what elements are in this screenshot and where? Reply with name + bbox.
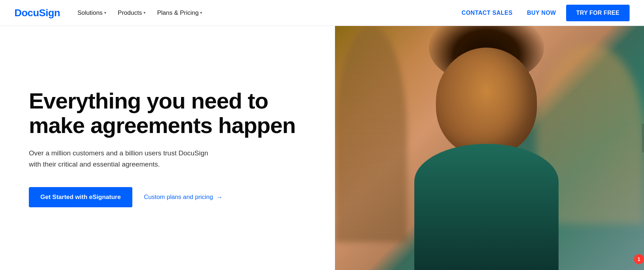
background-figure-left (335, 26, 407, 242)
nav-products-label: Products (118, 9, 142, 17)
logo-text: DocuSign (14, 7, 60, 19)
custom-plans-link[interactable]: Custom plans and pricing → (144, 194, 222, 201)
scrollbar[interactable] (642, 124, 644, 152)
person-body (414, 144, 559, 270)
plans-chevron-icon: ▾ (200, 10, 202, 15)
buy-now-button[interactable]: BUY NOW (522, 7, 560, 19)
contact-sales-button[interactable]: CONTACT SALES (457, 7, 517, 19)
solutions-chevron-icon: ▾ (104, 10, 106, 15)
hero-content: Everything you need to make agreements h… (0, 26, 335, 270)
nav-item-plans-pricing[interactable]: Plans & Pricing ▾ (153, 6, 207, 19)
nav-plans-label: Plans & Pricing (157, 9, 199, 17)
hero-image-background (335, 26, 644, 270)
hero-subtitle: Over a million customers and a billion u… (29, 148, 216, 170)
nav-solutions-label: Solutions (78, 9, 103, 17)
try-for-free-button[interactable]: TRY FOR FREE (566, 5, 630, 21)
hero-actions: Get Started with eSignature Custom plans… (29, 187, 306, 207)
notification-badge: 1 (634, 254, 644, 264)
logo[interactable]: DocuSign (14, 7, 60, 19)
nav-links: Solutions ▾ Products ▾ Plans & Pricing ▾ (73, 6, 457, 19)
hero-image: 1 (335, 26, 644, 270)
get-started-button[interactable]: Get Started with eSignature (29, 187, 132, 207)
nav-item-solutions[interactable]: Solutions ▾ (73, 6, 111, 19)
nav-right: CONTACT SALES BUY NOW TRY FOR FREE (457, 5, 630, 21)
person-face (436, 48, 537, 156)
hero-section: Everything you need to make agreements h… (0, 26, 644, 270)
arrow-icon: → (216, 194, 222, 201)
nav-item-products[interactable]: Products ▾ (114, 6, 150, 19)
navbar: DocuSign Solutions ▾ Products ▾ Plans & … (0, 0, 644, 26)
custom-plans-label: Custom plans and pricing (144, 194, 213, 201)
products-chevron-icon: ▾ (144, 10, 146, 15)
hero-title: Everything you need to make agreements h… (29, 89, 306, 138)
